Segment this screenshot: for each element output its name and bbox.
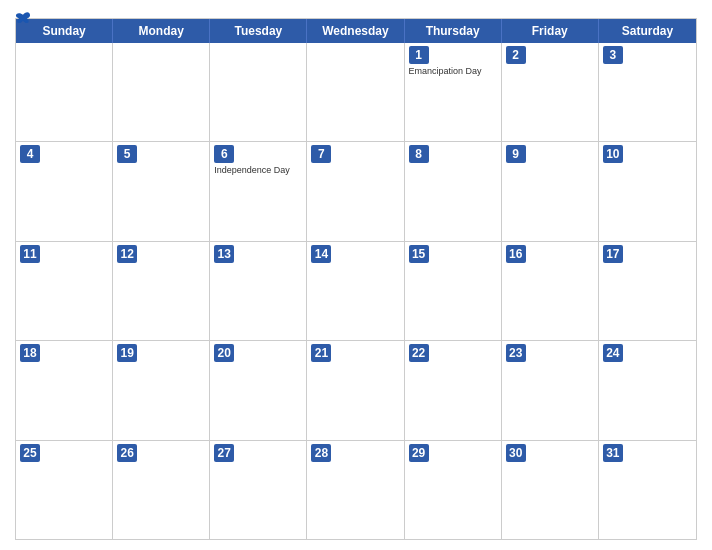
logo-bird-icon [15, 10, 31, 26]
day-number: 20 [214, 344, 234, 362]
calendar: SundayMondayTuesdayWednesdayThursdayFrid… [15, 18, 697, 540]
day-number: 30 [506, 444, 526, 462]
week-row-0: 00001Emancipation Day23 [16, 43, 696, 142]
day-number: 12 [117, 245, 137, 263]
calendar-day: 0 [307, 43, 404, 141]
calendar-day: 3 [599, 43, 696, 141]
day-number: 4 [20, 145, 40, 163]
calendar-day: 5 [113, 142, 210, 240]
week-row-3: 18192021222324 [16, 341, 696, 440]
day-number: 29 [409, 444, 429, 462]
day-number: 14 [311, 245, 331, 263]
calendar-day: 13 [210, 242, 307, 340]
day-number: 22 [409, 344, 429, 362]
day-number: 23 [506, 344, 526, 362]
day-number: 16 [506, 245, 526, 263]
logo-blue [15, 10, 33, 26]
calendar-day: 19 [113, 341, 210, 439]
day-number: 26 [117, 444, 137, 462]
day-number: 17 [603, 245, 623, 263]
day-number: 2 [506, 46, 526, 64]
day-number: 24 [603, 344, 623, 362]
calendar-day: 21 [307, 341, 404, 439]
day-header-thursday: Thursday [405, 19, 502, 43]
calendar-day: 4 [16, 142, 113, 240]
calendar-day: 11 [16, 242, 113, 340]
day-number: 6 [214, 145, 234, 163]
calendar-day: 27 [210, 441, 307, 539]
day-number: 21 [311, 344, 331, 362]
day-header-saturday: Saturday [599, 19, 696, 43]
calendar-day: 22 [405, 341, 502, 439]
day-number: 9 [506, 145, 526, 163]
day-number: 19 [117, 344, 137, 362]
day-number: 28 [311, 444, 331, 462]
calendar-day: 18 [16, 341, 113, 439]
calendar-day: 25 [16, 441, 113, 539]
calendar-day: 29 [405, 441, 502, 539]
calendar-day: 24 [599, 341, 696, 439]
calendar-day: 7 [307, 142, 404, 240]
day-number: 10 [603, 145, 623, 163]
day-number: 7 [311, 145, 331, 163]
calendar-day: 12 [113, 242, 210, 340]
holiday-label: Emancipation Day [409, 66, 497, 77]
day-number: 3 [603, 46, 623, 64]
day-number: 13 [214, 245, 234, 263]
week-row-1: 456Independence Day78910 [16, 142, 696, 241]
day-number: 18 [20, 344, 40, 362]
calendar-day: 16 [502, 242, 599, 340]
day-header-wednesday: Wednesday [307, 19, 404, 43]
day-number: 27 [214, 444, 234, 462]
calendar-day: 26 [113, 441, 210, 539]
logo [15, 10, 33, 26]
calendar-day: 1Emancipation Day [405, 43, 502, 141]
calendar-day: 6Independence Day [210, 142, 307, 240]
day-number: 5 [117, 145, 137, 163]
day-header-monday: Monday [113, 19, 210, 43]
calendar-day: 30 [502, 441, 599, 539]
calendar-day: 0 [113, 43, 210, 141]
day-number: 11 [20, 245, 40, 263]
calendar-day: 10 [599, 142, 696, 240]
day-number: 1 [409, 46, 429, 64]
calendar-day: 17 [599, 242, 696, 340]
calendar-day: 0 [210, 43, 307, 141]
calendar-day: 31 [599, 441, 696, 539]
calendar-day: 2 [502, 43, 599, 141]
calendar-day: 14 [307, 242, 404, 340]
calendar-day: 0 [16, 43, 113, 141]
week-row-2: 11121314151617 [16, 242, 696, 341]
days-of-week-header: SundayMondayTuesdayWednesdayThursdayFrid… [16, 19, 696, 43]
calendar-day: 9 [502, 142, 599, 240]
calendar-day: 28 [307, 441, 404, 539]
page: SundayMondayTuesdayWednesdayThursdayFrid… [0, 0, 712, 550]
day-header-tuesday: Tuesday [210, 19, 307, 43]
day-number: 25 [20, 444, 40, 462]
calendar-day: 8 [405, 142, 502, 240]
day-header-friday: Friday [502, 19, 599, 43]
day-number: 31 [603, 444, 623, 462]
calendar-day: 15 [405, 242, 502, 340]
calendar-body: 00001Emancipation Day23456Independence D… [16, 43, 696, 539]
day-number: 15 [409, 245, 429, 263]
calendar-day: 23 [502, 341, 599, 439]
holiday-label: Independence Day [214, 165, 302, 176]
calendar-day: 20 [210, 341, 307, 439]
week-row-4: 25262728293031 [16, 441, 696, 539]
day-number: 8 [409, 145, 429, 163]
